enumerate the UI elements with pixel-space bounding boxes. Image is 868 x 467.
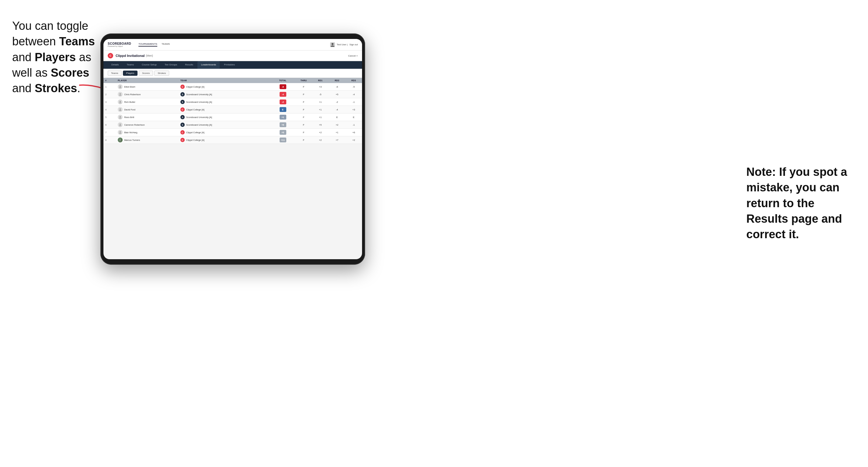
- cell-rd1: +1: [312, 114, 329, 121]
- score-badge: -2: [280, 99, 286, 104]
- team-name: Clippd College [A]: [186, 139, 205, 142]
- team-name: Scoreboard University [A]: [186, 93, 212, 96]
- svg-point-9: [120, 139, 121, 140]
- cell-player: Elliot Ebert: [116, 83, 179, 91]
- tab-leaderboards[interactable]: Leaderboards: [197, 61, 220, 69]
- cell-rd2: -4: [329, 106, 345, 114]
- svg-point-2: [120, 86, 121, 87]
- cell-rd3: -4: [345, 91, 362, 98]
- player-name: Cameron Robertson: [124, 124, 145, 126]
- cell-player: Rich Butler: [116, 98, 179, 106]
- cell-rank: 3: [103, 98, 116, 106]
- sign-out-link[interactable]: Sign out: [349, 43, 358, 46]
- svg-point-7: [120, 124, 121, 125]
- cell-thru: F: [296, 98, 312, 106]
- tab-course-setup[interactable]: Course Setup: [138, 61, 160, 69]
- cell-rd2: +7: [329, 136, 345, 144]
- cell-rank: 1: [103, 83, 116, 91]
- team-name: Clippd College [A]: [186, 86, 205, 88]
- cell-rd1: -5: [312, 91, 329, 98]
- cell-player: Chris Robertson: [116, 91, 179, 98]
- svg-point-6: [120, 116, 121, 118]
- col-team: TEAM: [179, 78, 271, 83]
- cell-rd1: +3: [312, 83, 329, 91]
- player-avatar: [118, 99, 123, 104]
- cell-team: CClippd College [A]: [179, 106, 271, 114]
- top-nav: SCOREBOARD Powered by clippd TOURNAMENTS…: [103, 39, 362, 51]
- col-rd3: RD3: [345, 78, 362, 83]
- table-row: 7Blair McHargCClippd College [A]+9F+2+1+…: [103, 129, 362, 136]
- score-badge: E: [280, 107, 286, 112]
- tab-details[interactable]: Details: [108, 61, 122, 69]
- player-name: Rees Britt: [124, 116, 134, 119]
- cell-rd2: -2: [329, 98, 345, 106]
- table-body: 1Elliot EbertCClippd College [A]-8F+3-6-…: [103, 83, 362, 144]
- user-label: Test User |: [337, 43, 348, 46]
- sub-tab-strokes[interactable]: Strokes: [154, 70, 169, 76]
- cell-rd3: +3: [345, 106, 362, 114]
- player-name: Rich Butler: [124, 101, 135, 103]
- cell-team: SScoreboard University [A]: [179, 98, 271, 106]
- cell-rd1: +2: [312, 129, 329, 136]
- cell-player: Cameron Robertson: [116, 121, 179, 129]
- cell-thru: F: [296, 114, 312, 121]
- team-name: Scoreboard University [A]: [186, 101, 212, 103]
- col-player: PLAYER: [116, 78, 179, 83]
- cell-rank: 7: [103, 129, 116, 136]
- sub-tab-teams[interactable]: Teams: [108, 70, 122, 76]
- cell-rank: 4: [103, 106, 116, 114]
- svg-point-8: [120, 131, 121, 133]
- cell-rank: 5: [103, 114, 116, 121]
- col-rd2: RD2: [329, 78, 345, 83]
- cell-thru: F: [296, 83, 312, 91]
- team-icon: C: [180, 85, 185, 89]
- cancel-button[interactable]: Cancel ×: [348, 55, 358, 57]
- player-name: Elliot Ebert: [124, 86, 135, 88]
- tournament-header: C Clippd Invitational (Men) Cancel ×: [103, 51, 362, 61]
- sub-tab-players[interactable]: Players: [123, 70, 138, 76]
- cell-thru: F: [296, 129, 312, 136]
- cell-player: David Ford: [116, 106, 179, 114]
- table-row: 8Marcus TurnersCClippd College [A]+11F+2…: [103, 136, 362, 144]
- col-total: TOTAL: [270, 78, 295, 83]
- right-annotation: Note: If you spot a mistake, you can ret…: [746, 164, 856, 242]
- nav-link-tournaments[interactable]: TOURNAMENTS: [138, 42, 157, 46]
- player-avatar: [118, 130, 123, 135]
- cell-total: +9: [270, 129, 295, 136]
- tab-printables[interactable]: Printables: [220, 61, 239, 69]
- cell-rank: 6: [103, 121, 116, 129]
- player-avatar: [118, 137, 123, 143]
- team-icon: S: [180, 123, 185, 127]
- tab-tee-groups[interactable]: Tee Groups: [161, 61, 181, 69]
- score-badge: -8: [280, 84, 286, 89]
- cell-total: -8: [270, 83, 295, 91]
- leaderboard-table-wrapper: # PLAYER TEAM TOTAL THRU RD1 RD2 RD3 1El…: [103, 78, 362, 144]
- player-avatar: [118, 84, 123, 89]
- tournament-gender: (Men): [146, 54, 153, 57]
- score-badge: +6: [280, 122, 286, 127]
- table-row: 3Rich ButlerSScoreboard University [A]-2…: [103, 98, 362, 106]
- cell-thru: F: [296, 121, 312, 129]
- brand-logo: SCOREBOARD Powered by clippd: [108, 42, 131, 47]
- left-annotation: You can toggle between Teams and Players…: [12, 18, 97, 96]
- tabs-bar: Details Teams Course Setup Tee Groups Re…: [103, 61, 362, 69]
- cell-team: CClippd College [A]: [179, 129, 271, 136]
- nav-link-teams[interactable]: TEAMS: [161, 42, 170, 46]
- cell-rd3: +6: [345, 129, 362, 136]
- cell-team: SScoreboard University [A]: [179, 114, 271, 121]
- team-name: Clippd College [A]: [186, 108, 205, 111]
- cell-rank: 2: [103, 91, 116, 98]
- player-name: David Ford: [124, 108, 135, 111]
- sub-tabs: Teams Players Scores Strokes: [103, 69, 362, 78]
- tab-teams[interactable]: Teams: [123, 61, 137, 69]
- sub-tab-scores[interactable]: Scores: [139, 70, 153, 76]
- team-name: Clippd College [A]: [186, 131, 205, 134]
- cell-rd1: +2: [312, 136, 329, 144]
- top-nav-links: TOURNAMENTS TEAMS: [138, 42, 170, 46]
- col-thru: THRU: [296, 78, 312, 83]
- tab-results[interactable]: Results: [181, 61, 197, 69]
- cell-thru: F: [296, 106, 312, 114]
- cell-rank: 8: [103, 136, 116, 144]
- cell-thru: F: [296, 136, 312, 144]
- cell-rd3: -1: [345, 121, 362, 129]
